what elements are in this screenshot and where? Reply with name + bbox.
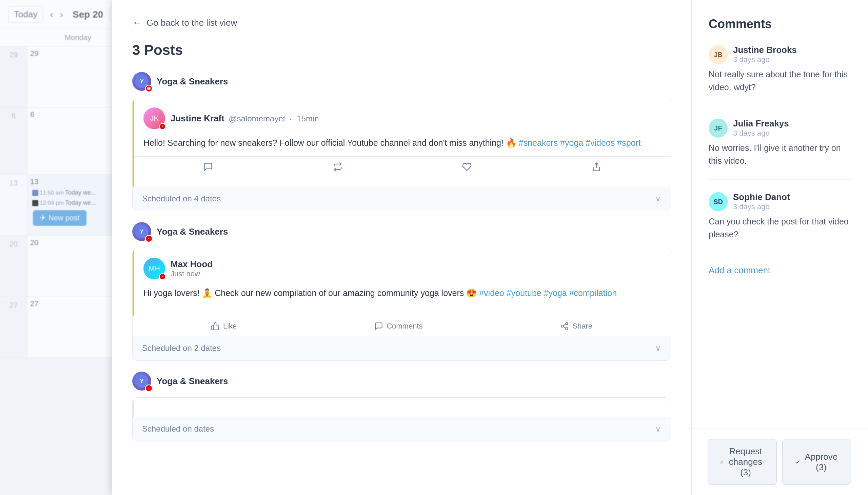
comment-time-3: 3 days ago [733, 202, 790, 211]
author-time-2: Just now [171, 270, 212, 278]
retweet-action-1[interactable] [333, 162, 342, 172]
comment-header-3: SD Sophie Danot 3 days ago [709, 192, 851, 211]
svg-point-5 [566, 322, 568, 325]
author-name-1: Justine Kraft [171, 113, 224, 123]
comment-text-1: Not really sure about the tone for this … [709, 68, 851, 93]
add-comment-link[interactable]: Add a comment [709, 265, 770, 275]
channel-avatar-1: Y [132, 72, 151, 91]
post-card-2: MH Max Hood Just now Hi yoga lovers! 🧘 C… [132, 248, 671, 361]
post-card-3: Scheduled on dates ∨ [132, 397, 671, 441]
yt-badge-sm-2 [159, 273, 166, 280]
prev-button[interactable]: ‹ [47, 8, 56, 21]
chevron-down-icon-2: ∨ [655, 343, 661, 353]
svg-line-8 [563, 327, 566, 328]
channel-header-3: Y Yoga & Sneakers [132, 372, 671, 391]
share-action-1[interactable] [592, 162, 601, 172]
like-action-1[interactable] [462, 162, 472, 172]
approve-button[interactable]: Approve (3) [782, 439, 851, 485]
edit-icon [720, 458, 724, 466]
posts-title: 3 Posts [132, 42, 671, 58]
comment-text-2: No worries. I'll give it another try on … [709, 142, 851, 167]
post-card-inner-3 [133, 398, 671, 417]
next-button[interactable]: › [57, 8, 66, 21]
comment-avatar-1: JB [709, 45, 728, 64]
post-author-2: MH Max Hood Just now [143, 258, 661, 279]
author-avatar-1: JK [143, 107, 165, 129]
comment-time-1: 3 days ago [733, 55, 797, 64]
scheduled-bar-3[interactable]: Scheduled on dates ∨ [133, 417, 671, 441]
back-arrow-icon: ← [132, 17, 142, 29]
current-date: Sep 20 [72, 9, 103, 20]
chevron-down-icon-3: ∨ [655, 424, 661, 433]
post-hashtags-2[interactable]: #video #youtube #yoga #compilation [479, 288, 617, 298]
today-button[interactable]: Today [8, 6, 43, 23]
scheduled-label-1: Scheduled on 4 dates [142, 194, 221, 203]
scheduled-label-2: Scheduled on 2 dates [142, 343, 221, 353]
channel-header-1: Y Yoga & Sneakers [132, 72, 671, 91]
post-card-inner-2: MH Max Hood Just now Hi yoga lovers! 🧘 C… [133, 248, 671, 316]
author-time-1: 15min [297, 114, 319, 123]
request-changes-button[interactable]: Request changes (3) [708, 439, 777, 485]
svg-point-6 [561, 325, 564, 327]
author-separator-1: · [290, 114, 294, 123]
youtube-badge-1 [145, 85, 153, 92]
post-card-1: JK Justine Kraft @salomemayet · 15min [132, 98, 671, 211]
new-post-button[interactable]: ✈ New post [33, 210, 86, 226]
calendar-nav: ‹ › [47, 8, 66, 21]
fb-actions-2: Like Comments Share [133, 316, 671, 336]
youtube-badge-3 [145, 385, 153, 392]
comment-item-1: JB Justine Brooks 3 days ago Not really … [709, 45, 851, 106]
youtube-badge-2 [145, 235, 153, 242]
channel-avatar-3: Y [132, 372, 151, 391]
back-link[interactable]: ← Go back to the list view [132, 17, 671, 29]
post-text-1: Hello! Searching for new sneakers? Follo… [143, 136, 661, 150]
comment-item-2: JF Julia Freakys 3 days ago No worries. … [709, 118, 851, 180]
comments-panel: Comments JB Justine Brooks 3 days ago No… [692, 0, 868, 495]
comment-header-1: JB Justine Brooks 3 days ago [709, 45, 851, 64]
post-card-inner-1: JK Justine Kraft @salomemayet · 15min [133, 98, 671, 186]
back-link-label: Go back to the list view [147, 18, 237, 28]
scheduled-bar-2[interactable]: Scheduled on 2 dates ∨ [133, 336, 671, 360]
svg-text:SD: SD [713, 198, 723, 205]
check-icon [795, 458, 801, 466]
comment-name-2: Julia Freakys [733, 118, 789, 129]
comment-avatar-2: JF [709, 119, 728, 138]
post-text-2: Hi yoga lovers! 🧘 Check our new compilat… [143, 286, 661, 300]
share-fb-action[interactable]: Share [560, 322, 592, 330]
author-handle-1: @salomemayet [228, 114, 285, 123]
author-info-2: Max Hood Just now [171, 259, 212, 278]
scheduled-bar-1[interactable]: Scheduled on 4 dates ∨ [133, 186, 671, 211]
comment-header-2: JF Julia Freakys 3 days ago [709, 118, 851, 138]
post-author-1: JK Justine Kraft @salomemayet · 15min [143, 107, 661, 129]
main-overlay: ← Go back to the list view 3 Posts Y Yog… [112, 0, 868, 495]
comment-action-1[interactable] [203, 162, 213, 172]
svg-text:Y: Y [140, 378, 144, 384]
author-info-1: Justine Kraft @salomemayet · 15min [171, 113, 319, 124]
comments-fb-action[interactable]: Comments [374, 322, 423, 330]
svg-point-7 [566, 327, 568, 330]
post-actions-1 [134, 156, 671, 177]
posts-panel: ← Go back to the list view 3 Posts Y Yog… [112, 0, 692, 495]
svg-text:Y: Y [140, 79, 144, 84]
scheduled-label-3: Scheduled on dates [142, 424, 214, 433]
comment-avatar-3: SD [709, 192, 728, 211]
week-num-1: 29 [0, 47, 27, 107]
yt-badge-sm-1 [159, 123, 166, 130]
like-fb-action[interactable]: Like [211, 322, 237, 330]
post-hashtags-1[interactable]: #sneakers #yoga #videos #sport [519, 138, 641, 148]
comment-name-1: Justine Brooks [733, 45, 797, 55]
comment-name-3: Sophie Danot [733, 192, 790, 202]
author-name-2: Max Hood [171, 259, 212, 269]
svg-text:JF: JF [714, 124, 722, 132]
channel-name-3: Yoga & Sneakers [157, 376, 228, 387]
bottom-action-bar: Request changes (3) Approve (3) [692, 429, 868, 495]
comments-title: Comments [709, 17, 851, 31]
svg-line-9 [563, 324, 566, 325]
chevron-down-icon-1: ∨ [655, 194, 661, 203]
channel-name-2: Yoga & Sneakers [157, 226, 228, 237]
author-avatar-2: MH [143, 258, 165, 279]
channel-header-2: Y Yoga & Sneakers [132, 222, 671, 241]
svg-text:JB: JB [714, 51, 722, 58]
channel-avatar-2: Y [132, 222, 151, 241]
comment-time-2: 3 days ago [733, 129, 789, 138]
